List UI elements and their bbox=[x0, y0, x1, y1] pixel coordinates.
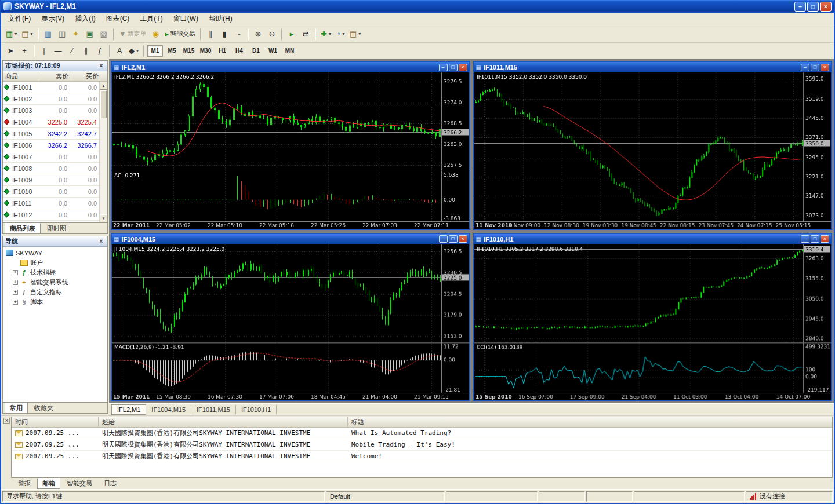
terminal-row-0[interactable]: 2007.09.25 ...明天國際投資集團(香港)有限公司SKYWAY INT… bbox=[12, 428, 832, 439]
navigator-item-0[interactable]: 账户 bbox=[3, 258, 107, 268]
chart-shift-button[interactable]: ⇄ bbox=[299, 28, 313, 41]
bar-chart-mode-button[interactable]: ∥ bbox=[204, 28, 217, 41]
terminal-close-icon[interactable]: × bbox=[3, 418, 10, 424]
terminal-button[interactable]: ▣ bbox=[83, 28, 97, 41]
templates-button[interactable]: ▤▾ bbox=[347, 28, 363, 41]
crosshair-tool-button[interactable]: + bbox=[17, 45, 31, 57]
menu-item-2[interactable]: 插入(I) bbox=[70, 13, 100, 25]
terminal-row-2[interactable]: 2007.09.25 ...明天國際投資集團(香港)有限公司SKYWAY INT… bbox=[12, 451, 832, 462]
horizontal-line-tool-button[interactable]: — bbox=[51, 45, 65, 57]
market-watch-tab-1[interactable]: 即时图 bbox=[42, 223, 71, 234]
market-watch-row-if1001[interactable]: IF10010.00.0 bbox=[3, 82, 99, 93]
timeframe-mn-button[interactable]: MN bbox=[282, 45, 297, 57]
market-watch-column-1[interactable]: 卖价 bbox=[41, 71, 71, 81]
arrows-tool-button[interactable]: ◆▾ bbox=[126, 45, 141, 57]
menu-item-6[interactable]: 帮助(H) bbox=[204, 13, 238, 25]
terminal-column-2[interactable]: 标题 bbox=[348, 417, 832, 427]
chart-titlebar-if1004-m15[interactable]: ▦IF1004,M15–□× bbox=[112, 234, 469, 244]
fibonacci-tool-button[interactable]: ƒ bbox=[93, 45, 107, 57]
navigator-item-1[interactable]: +ƒ技术指标 bbox=[3, 268, 107, 277]
chart-restore-button[interactable]: □ bbox=[811, 64, 819, 71]
new-chart-button[interactable]: ▦▾ bbox=[3, 28, 19, 41]
navigator-item-3[interactable]: +ƒ自定义指标 bbox=[3, 287, 107, 297]
terminal-column-0[interactable]: 时间 bbox=[12, 417, 99, 427]
market-watch-button[interactable]: ▥ bbox=[41, 28, 55, 41]
chart-restore-button[interactable]: □ bbox=[449, 64, 458, 71]
chart-canvas-if1010-h1[interactable] bbox=[474, 244, 832, 401]
navigator-root-item[interactable]: SKYWAY bbox=[3, 248, 107, 258]
navigator-tab-1[interactable]: 收藏夹 bbox=[29, 403, 59, 414]
market-watch-row-if1002[interactable]: IF10020.00.0 bbox=[3, 93, 99, 105]
chart-tab-3[interactable]: IF1010,H1 bbox=[236, 405, 277, 414]
periods-button[interactable]: ◔▾ bbox=[333, 28, 347, 41]
menu-item-4[interactable]: 工具(T) bbox=[135, 13, 168, 25]
timeframe-h1-button[interactable]: H1 bbox=[215, 45, 230, 57]
navigator-close-icon[interactable]: × bbox=[97, 238, 105, 245]
terminal-tab-3[interactable]: 日志 bbox=[99, 478, 122, 489]
data-window-button[interactable]: ◫ bbox=[55, 28, 69, 41]
zoom-in-button[interactable]: ⊕ bbox=[251, 28, 265, 41]
zoom-out-button[interactable]: ⊖ bbox=[265, 28, 279, 41]
chart-minimize-button[interactable]: – bbox=[439, 235, 448, 243]
scrollbar-thumb[interactable] bbox=[100, 90, 107, 118]
timeframe-m15-button[interactable]: M15 bbox=[181, 45, 197, 57]
market-watch-row-if1012[interactable]: IF10120.00.0 bbox=[3, 209, 99, 221]
strategy-tester-button[interactable]: ▧ bbox=[97, 28, 111, 41]
minimize-button[interactable]: – bbox=[794, 2, 806, 12]
timeframe-m1-button[interactable]: M1 bbox=[147, 45, 163, 57]
market-watch-column-2[interactable]: 买价 bbox=[71, 71, 101, 81]
chart-minimize-button[interactable]: – bbox=[801, 235, 809, 243]
navigator-button[interactable]: ✦ bbox=[69, 28, 83, 41]
candlestick-mode-button[interactable]: ▮ bbox=[217, 28, 231, 41]
chart-tab-0[interactable]: IFL2,M1 bbox=[111, 404, 146, 415]
chart-minimize-button[interactable]: – bbox=[801, 64, 809, 71]
expand-icon[interactable]: + bbox=[13, 270, 18, 275]
status-profile-cell[interactable]: Default bbox=[326, 491, 445, 502]
chart-close-button[interactable]: × bbox=[821, 64, 829, 71]
new-order-button[interactable]: ▼新定单 bbox=[117, 28, 149, 41]
menu-item-3[interactable]: 图表(C) bbox=[101, 13, 135, 25]
chart-canvas-if1004-m15[interactable] bbox=[112, 244, 469, 401]
indicators-button[interactable]: ✚▾ bbox=[318, 28, 333, 41]
market-watch-row-if1010[interactable]: IF10100.00.0 bbox=[3, 186, 99, 198]
chart-canvas-ifl2-m1[interactable] bbox=[112, 72, 469, 229]
market-watch-row-if1003[interactable]: IF10030.00.0 bbox=[3, 105, 99, 116]
timeframe-m5-button[interactable]: M5 bbox=[164, 45, 180, 57]
timeframe-d1-button[interactable]: D1 bbox=[248, 45, 264, 57]
market-watch-row-if1005[interactable]: IF10053242.23242.7 bbox=[3, 128, 99, 140]
navigator-item-2[interactable]: +✦智能交易系统 bbox=[3, 277, 107, 287]
profiles-button[interactable]: ▤▾ bbox=[19, 28, 35, 41]
trendline-tool-button[interactable]: ∕ bbox=[65, 45, 79, 57]
auto-scroll-button[interactable]: ▸ bbox=[285, 28, 299, 41]
scroll-up-icon[interactable]: ▲ bbox=[100, 82, 107, 90]
timeframe-m30-button[interactable]: M30 bbox=[198, 45, 213, 57]
market-watch-row-if1008[interactable]: IF10080.00.0 bbox=[3, 163, 99, 174]
scroll-down-icon[interactable]: ▼ bbox=[100, 214, 107, 222]
window-titlebar[interactable]: SKYWAY - IFL2,M1 – □ × bbox=[1, 0, 834, 13]
chart-close-button[interactable]: × bbox=[821, 235, 829, 243]
market-watch-tab-0[interactable]: 商品列表 bbox=[5, 223, 41, 234]
vertical-line-tool-button[interactable]: | bbox=[37, 45, 51, 57]
market-watch-row-if1007[interactable]: IF10070.00.0 bbox=[3, 151, 99, 163]
terminal-row-1[interactable]: 2007.09.25 ...明天國際投資集團(香港)有限公司SKYWAY INT… bbox=[12, 439, 832, 451]
chart-restore-button[interactable]: □ bbox=[449, 235, 458, 243]
market-watch-row-if1004[interactable]: IF10043225.03225.4 bbox=[3, 116, 99, 128]
market-watch-row-if1009[interactable]: IF10090.00.0 bbox=[3, 174, 99, 186]
status-connection-cell[interactable]: 没有连接 bbox=[746, 491, 833, 502]
chart-canvas-if1011-m15[interactable] bbox=[474, 72, 832, 229]
menu-item-5[interactable]: 窗口(W) bbox=[168, 13, 204, 25]
chart-titlebar-if1011-m15[interactable]: ▦IF1011,M15–□× bbox=[474, 62, 832, 72]
restore-button[interactable]: □ bbox=[807, 2, 819, 12]
timeframe-w1-button[interactable]: W1 bbox=[265, 45, 281, 57]
navigator-tab-0[interactable]: 常用 bbox=[5, 403, 28, 414]
expand-icon[interactable]: + bbox=[13, 300, 18, 305]
market-watch-column-0[interactable]: 商品 bbox=[3, 71, 41, 81]
market-watch-close-icon[interactable]: × bbox=[97, 62, 105, 70]
expert-advisors-button[interactable]: ▸智能交易 bbox=[163, 28, 198, 41]
chart-minimize-button[interactable]: – bbox=[439, 64, 448, 71]
market-watch-scrollbar[interactable]: ▲ ▼ bbox=[99, 82, 107, 222]
navigator-item-4[interactable]: +§脚本 bbox=[3, 297, 107, 307]
timeframe-h4-button[interactable]: H4 bbox=[231, 45, 247, 57]
chart-titlebar-ifl2-m1[interactable]: ▦IFL2,M1–□× bbox=[112, 62, 469, 72]
chart-tab-1[interactable]: IF1004,M15 bbox=[146, 405, 191, 414]
